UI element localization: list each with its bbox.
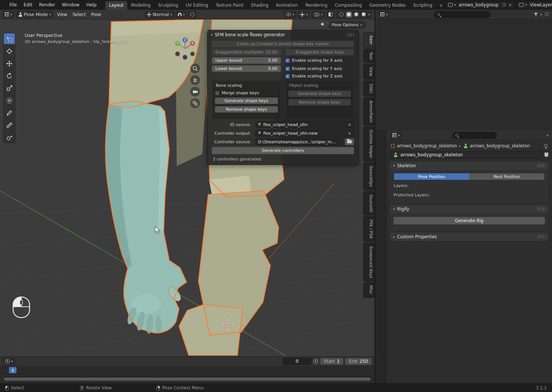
drag-grip-icon[interactable] [537,235,545,239]
viewport-menu-view[interactable]: View [54,11,70,18]
workspace-tab-scripting[interactable]: Scripting [409,1,436,10]
menu-help[interactable]: Help [83,1,100,9]
collapse-caret-icon[interactable]: ▾ [211,33,213,37]
x-axis-checkbox[interactable]: ✓ [285,58,290,63]
view-layer-selector[interactable]: ▾ ViewLayer ❐ [517,1,552,9]
breadcrumb-data[interactable]: arrows_bodygroup_skeleton [470,143,530,148]
tool-select-box-button[interactable] [3,33,15,45]
outliner-search-input[interactable] [434,11,490,18]
mode-selector[interactable]: Pose Mode ▾ [16,11,54,18]
snap-toggle[interactable]: ▾ [176,11,187,18]
object-generate-shape-keys-button[interactable]: Generate shape keys [288,91,351,97]
shading-solid-button[interactable] [346,12,352,18]
menu-file[interactable]: File [6,1,20,9]
clear-controller-output-button[interactable]: × [348,131,351,136]
breadcrumb-object[interactable]: arrows_bodygroup_skeleton [397,143,457,148]
pan-button[interactable] [190,75,200,85]
xray-toggle[interactable] [326,11,335,18]
sidebar-tab-item[interactable]: Item [363,32,374,48]
cleanup-stereo-names-button[interactable]: Clean up Crowbar's stereo shape key name… [212,41,354,47]
timeline-ruler[interactable]: 0 [0,366,374,374]
browse-file-button[interactable] [345,138,354,145]
camera-view-button[interactable] [190,87,200,97]
workspace-tab-layout[interactable]: Layout [105,1,127,10]
panel-rigify-header[interactable]: ▾ Rigify [390,205,548,213]
add-workspace-button[interactable]: + [436,1,446,10]
drag-grip-icon[interactable] [347,33,355,37]
generate-controllers-button[interactable]: Generate controllers [212,147,354,154]
outliner-editor-type-button[interactable]: ▾ [378,11,390,18]
clear-id-source-button[interactable]: × [348,122,351,127]
timeline-editor-type-button[interactable]: ▾ [3,358,15,365]
controller-source-field[interactable]: D:\Steam\steamapps\co...\sniper_morphs_h… [255,138,340,145]
generate-shape-keys-button[interactable]: Generate shape keys [215,98,278,104]
overlays-dropdown[interactable]: ▾ [312,11,325,18]
id-source-field[interactable]: flex_sniper_head_sfm × [255,121,354,128]
delete-scene-button[interactable]: × [508,3,512,7]
tool-annotate-button[interactable] [3,107,15,119]
gizmos-dropdown[interactable]: ▾ [298,11,310,18]
merge-shape-keys-checkbox[interactable] [215,91,219,95]
current-frame-field[interactable]: 0 [283,358,311,365]
workspace-tab-compositing[interactable]: Compositing [331,1,366,10]
sidebar-tab-screencast-keys[interactable]: Screencast Keys [363,243,374,282]
remove-shape-keys-button[interactable]: Remove shape keys [215,106,278,113]
exaggerate-shape-keys-button[interactable]: Exaggerate shape keys [285,49,354,55]
tool-move-button[interactable] [3,58,15,69]
exaggeration-multiplier-field[interactable]: Exaggeration multiplier 10.00 [212,49,281,55]
generate-rig-button[interactable]: Generate Rig [394,217,545,224]
frame-start-field[interactable]: Start 1 [320,358,343,365]
pose-position-button[interactable]: Pose Position [394,173,469,180]
properties-search-input[interactable] [452,132,497,139]
tool-transform-button[interactable] [3,95,15,106]
pose-options-button[interactable]: Pose Options ▾ [328,21,366,28]
sidebar-tab-sourceio[interactable]: SourceIO [363,191,374,215]
menu-render[interactable]: Render [36,1,58,9]
armature-name-field[interactable]: arrows_bodygroup_skeleton [390,151,542,159]
tool-scale-button[interactable] [3,82,15,94]
navigation-gizmo[interactable]: Z Y X [173,37,197,62]
scene-selector[interactable]: ▾ arrows_bodygroup ❐ × [446,1,515,9]
sidebar-tab-armorpaint[interactable]: ArmorPaint [363,97,374,126]
sidebar-tab-tool[interactable]: Tool [363,49,374,63]
orthographic-toggle-button[interactable] [190,98,200,108]
pin-icon[interactable] [544,144,548,147]
y-axis-checkbox[interactable]: ✓ [285,67,290,71]
proportional-editing-button[interactable] [188,11,197,18]
z-axis-checkbox[interactable]: ✓ [285,74,290,79]
object-scaling-title[interactable]: Object scaling [288,83,351,88]
tool-measure-button[interactable] [3,119,15,131]
lower-bound-field[interactable]: Lower bound 0.00 [212,65,281,72]
transform-orientation-selector[interactable]: Normal ▾ [145,11,175,18]
drag-grip-icon[interactable] [537,164,545,168]
new-collection-button[interactable]: ❐ [544,12,549,16]
sfm-panel-header[interactable]: ▾ SFM bone scale flexes generator [207,30,358,39]
workspace-tab-geometry-nodes[interactable]: Geometry Nodes [366,1,409,10]
panel-custom-properties-header[interactable]: ▸ Custom Properties [390,233,548,241]
drag-grip-icon[interactable] [537,207,545,211]
viewport-canvas[interactable]: User Perspective (0) arrows_bodygroup_sk… [0,19,374,356]
properties-editor-type-button[interactable]: ▾ [390,132,402,139]
sidebar-tab-misc[interactable]: Misc [363,282,374,297]
shading-material-button[interactable] [353,12,360,18]
bone-scaling-title[interactable]: Bone scaling [215,83,278,88]
workspace-tab-uv-editing[interactable]: UV Editing [182,1,212,10]
workspace-tab-texture-paint[interactable]: Texture Paint [212,1,247,10]
viewport-menu-select[interactable]: Select [70,11,88,18]
tool-cursor-button[interactable] [3,45,15,57]
workspace-tab-modeling[interactable]: Modeling [127,1,154,10]
zoom-button[interactable] [190,64,200,73]
filter-icon[interactable] [534,13,538,16]
tool-add-primitive-button[interactable] [3,132,15,143]
new-scene-button[interactable]: ❐ [501,3,506,7]
rest-position-button[interactable]: Rest Position [469,173,545,180]
sidebar-tab-outline-helper[interactable]: Outline Helper [363,126,374,162]
timeline-scrollbar-thumb[interactable] [4,377,371,381]
editor-type-button[interactable]: ▾ [3,11,15,18]
controller-output-field[interactable]: flex_sniper_head_sfm-new × [255,130,354,137]
tool-rotate-button[interactable] [3,70,15,82]
use-preview-range-icon[interactable] [313,359,318,364]
panel-skeleton-header[interactable]: ▾ Skeleton [390,162,548,170]
upper-bound-field[interactable]: Upper bound 5.00 [212,57,281,64]
workspace-tab-shading[interactable]: Shading [247,1,272,10]
